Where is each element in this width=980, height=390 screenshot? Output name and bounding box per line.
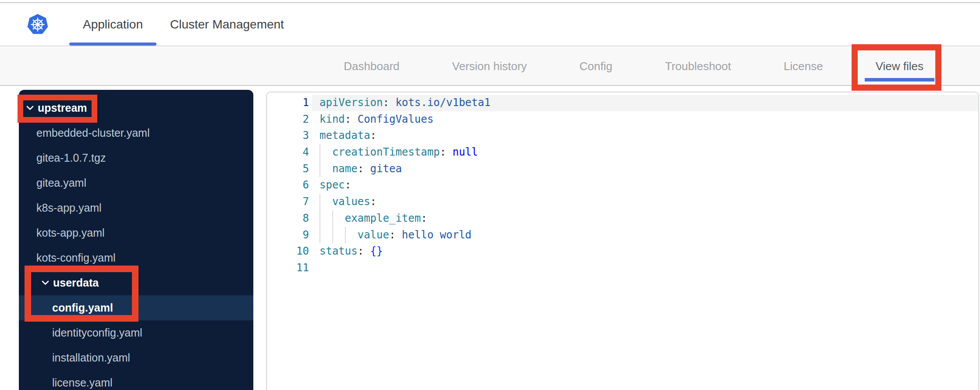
token-key: spec (320, 179, 345, 191)
indent-guide (320, 210, 320, 227)
tree-item-label: kots-app.yaml (36, 227, 105, 239)
subnav-item-license[interactable]: License (773, 47, 834, 85)
subnav-item-config[interactable]: Config (568, 47, 623, 85)
subnav-item-label: Config (579, 60, 612, 73)
subnav-item-troubleshoot[interactable]: Troubleshoot (654, 47, 742, 85)
tab-application[interactable]: Application (69, 3, 156, 46)
tab-label: Application (83, 18, 143, 32)
token-punc: : (421, 212, 427, 224)
code-line-8: 8example_item: (267, 210, 978, 227)
indent-guide (320, 194, 320, 210)
yaml-code-editor[interactable]: 1apiVersion: kots.io/v1beta12kind: Confi… (266, 92, 979, 390)
code-content: creationTimestamp: null (312, 144, 978, 161)
code-content: value: hello world (312, 227, 978, 244)
token-str: gitea (370, 163, 402, 175)
tab-cluster-management[interactable]: Cluster Management (156, 3, 298, 46)
token-brace: {} (370, 245, 383, 257)
token-key: status (320, 245, 358, 257)
tree-item-label: gitea.yaml (36, 177, 86, 189)
code-content: kind: ConfigValues (312, 111, 978, 128)
token-punc: : (345, 113, 358, 125)
subnav-item-label: Version history (452, 60, 527, 73)
line-number: 6 (267, 177, 312, 194)
token-punc: : (370, 195, 376, 208)
app-subnav: DashboardVersion historyConfigTroublesho… (0, 47, 980, 86)
subnav-item-version-history[interactable]: Version history (441, 47, 538, 85)
line-number: 1 (267, 95, 312, 111)
tree-file-config-yaml[interactable]: config.yaml (19, 295, 253, 320)
tree-file-k8s-app-yaml[interactable]: k8s-app.yaml (19, 195, 253, 220)
code-content: name: gitea (312, 161, 978, 177)
token-key: kind (320, 113, 345, 125)
tree-file-identityconfig-yaml[interactable]: identityconfig.yaml (19, 320, 253, 345)
code-line-11: 11 (267, 260, 978, 277)
indent-guide (345, 227, 346, 244)
line-number: 3 (267, 128, 312, 144)
tree-file-kots-config-yaml[interactable]: kots-config.yaml (19, 245, 253, 270)
token-str: hello world (402, 229, 472, 241)
token-punc: : (345, 179, 351, 191)
line-number: 8 (267, 210, 312, 227)
top-tab-bar: ApplicationCluster Management (69, 3, 298, 46)
tree-file-gitea-1-0-7-tgz[interactable]: gitea-1.0.7.tgz (19, 145, 253, 170)
token-punc: : (358, 163, 370, 175)
tab-label: Cluster Management (170, 18, 284, 32)
indent-guide (320, 227, 320, 244)
tree-item-label: upstream (38, 102, 87, 114)
line-number: 2 (267, 111, 312, 128)
top-bar: ApplicationCluster Management (0, 3, 980, 46)
tree-item-label: k8s-app.yaml (36, 202, 102, 214)
file-tree-sidebar: upstreamembedded-cluster.yamlgitea-1.0.7… (19, 90, 253, 390)
code-content: status: {} (312, 243, 978, 260)
line-number: 9 (267, 227, 312, 244)
token-key: values (332, 195, 370, 208)
token-key: metadata (320, 129, 370, 142)
line-number: 4 (267, 144, 312, 161)
subnav-item-view-files[interactable]: View files (865, 47, 934, 85)
code-line-2: 2kind: ConfigValues (267, 111, 978, 128)
tree-item-label: kots-config.yaml (36, 252, 116, 264)
chevron-down-icon (26, 106, 34, 110)
token-str: ConfigValues (358, 113, 433, 125)
indent-guide (320, 144, 320, 161)
tree-item-label: identityconfig.yaml (52, 326, 142, 339)
line-number: 11 (267, 260, 312, 277)
token-punc: : (358, 245, 370, 257)
code-line-7: 7values: (267, 194, 978, 210)
token-key: value (358, 229, 389, 241)
tree-item-label: license.yaml (52, 376, 113, 389)
tree-item-label: userdata (53, 277, 99, 289)
subnav-item-label: Dashboard (344, 60, 399, 73)
tree-file-embedded-cluster-yaml[interactable]: embedded-cluster.yaml (19, 121, 253, 145)
code-line-6: 6spec: (267, 177, 978, 194)
tree-file-license-yaml[interactable]: license.yaml (19, 370, 253, 390)
tree-file-gitea-yaml[interactable]: gitea.yaml (19, 170, 253, 195)
code-content (312, 260, 978, 277)
tree-file-installation-yaml[interactable]: installation.yaml (19, 345, 253, 370)
code-content: apiVersion: kots.io/v1beta1 (312, 95, 978, 111)
token-key: creationTimestamp (332, 146, 440, 158)
tree-folder-upstream[interactable]: upstream (19, 96, 253, 121)
code-line-3: 3metadata: (267, 128, 978, 144)
subnav-item-label: Troubleshoot (665, 60, 731, 73)
chevron-down-icon (42, 280, 49, 285)
code-content: example_item: (312, 210, 978, 227)
indent-guide (332, 227, 333, 244)
line-number: 5 (267, 161, 312, 177)
token-punc: : (440, 146, 453, 158)
token-punc: : (389, 229, 402, 241)
code-content: spec: (312, 177, 978, 194)
subnav-item-dashboard[interactable]: Dashboard (333, 47, 410, 85)
tree-folder-userdata[interactable]: userdata (19, 270, 253, 295)
indent-guide (332, 210, 333, 227)
tree-file-kots-app-yaml[interactable]: kots-app.yaml (19, 220, 253, 245)
token-kw: null (452, 146, 478, 158)
kubernetes-logo-icon (27, 14, 48, 35)
tree-item-label: config.yaml (52, 301, 113, 314)
code-lines: 1apiVersion: kots.io/v1beta12kind: Confi… (267, 95, 978, 277)
code-line-9: 9value: hello world (267, 227, 978, 244)
code-line-10: 10status: {} (267, 243, 978, 260)
token-key: example_item (345, 212, 421, 224)
token-key: apiVersion (320, 96, 383, 109)
token-key: name (332, 163, 358, 175)
